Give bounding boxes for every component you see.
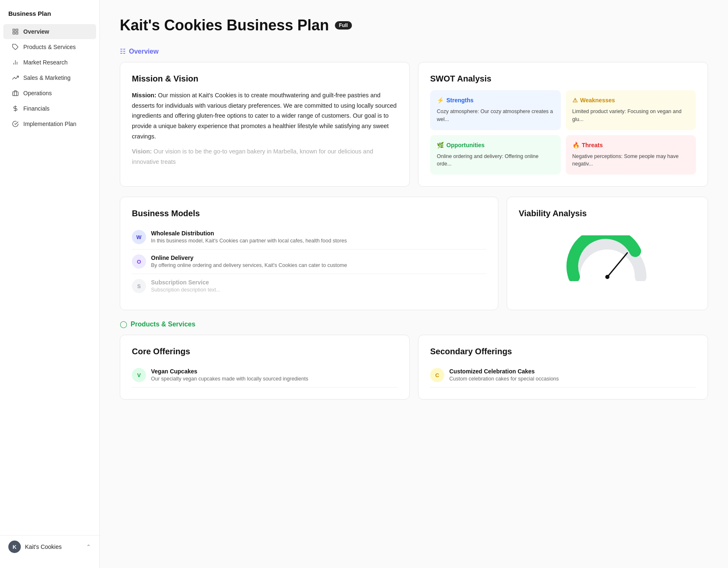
- dollar-icon: [12, 105, 19, 112]
- swot-threats: 🔥 Threats Negative perceptions: Some peo…: [566, 135, 696, 175]
- bm-item-online: O Online Delivery By offering online ord…: [132, 249, 486, 274]
- sidebar-item-label: Financials: [23, 105, 50, 112]
- strengths-text: Cozy atmosphere: Our cozy atmosphere cre…: [437, 108, 554, 123]
- svg-rect-3: [16, 32, 18, 34]
- page-title: Kait's Cookies Business Plan: [120, 17, 329, 34]
- threats-icon: 🔥: [572, 142, 579, 148]
- bm-name-online: Online Delivery: [151, 254, 347, 261]
- business-models-card: Business Models W Wholesale Distribution…: [120, 197, 498, 310]
- products-label: Products & Services: [131, 321, 196, 328]
- full-badge: Full: [335, 21, 352, 30]
- overview-label: Overview: [129, 48, 158, 55]
- swot-weaknesses: ⚠ Weaknesses Limited product variety: Fo…: [566, 90, 696, 130]
- svg-rect-0: [13, 29, 15, 31]
- bm-detail: Wholesale Distribution In this business …: [151, 230, 347, 244]
- overview-section-header: ☷ Overview: [120, 47, 708, 55]
- vision-text: Our vision is to be the go-to vegan bake…: [132, 148, 373, 165]
- trending-up-icon: [12, 74, 19, 81]
- sidebar-item-label: Operations: [23, 90, 52, 96]
- product-item-vegan: V Vegan Cupcakes Our specialty vegan cup…: [132, 363, 398, 388]
- threats-text: Negative perceptions: Some people may ha…: [572, 153, 690, 168]
- mission-card-title: Mission & Vision: [132, 74, 398, 84]
- svg-point-11: [605, 275, 609, 279]
- footer-user[interactable]: K Kait's Cookies: [8, 541, 62, 553]
- bm-title: Business Models: [132, 209, 486, 218]
- strengths-title: ⚡ Strengths: [437, 97, 554, 104]
- sidebar-footer: K Kait's Cookies ⌃: [0, 535, 99, 558]
- bm-desc-subscription: Subscription description text...: [151, 287, 220, 293]
- company-name: Kait's Cookies: [25, 543, 62, 550]
- products-icon: ◯: [120, 320, 127, 328]
- mission-swot-row: Mission & Vision Mission: Our mission at…: [120, 62, 708, 187]
- product-detail: Vegan Cupcakes Our specialty vegan cupca…: [151, 368, 308, 382]
- sidebar-item-label: Products & Services: [23, 44, 76, 50]
- main-content: Kait's Cookies Business Plan Full ☷ Over…: [100, 0, 728, 568]
- product-avatar-c: C: [430, 368, 444, 382]
- swot-card: SWOT Analysis ⚡ Strengths Cozy atmospher…: [418, 62, 708, 187]
- viability-card: Viability Analysis: [507, 197, 708, 310]
- vision-body: Vision: Our vision is to be the go-to ve…: [132, 146, 398, 167]
- product-avatar-v: V: [132, 368, 146, 382]
- sidebar-item-financials[interactable]: Financials: [3, 101, 96, 116]
- overview-icon: ☷: [120, 47, 126, 55]
- svg-rect-2: [13, 32, 15, 34]
- sidebar-item-label: Market Research: [23, 59, 68, 66]
- briefcase-icon: [12, 89, 19, 97]
- bm-detail: Online Delivery By offering online order…: [151, 254, 347, 268]
- sidebar-item-label: Overview: [23, 28, 49, 35]
- mission-label: Mission:: [132, 92, 156, 99]
- sidebar: Business Plan Overview Products & Servic…: [0, 0, 100, 568]
- weaknesses-title: ⚠ Weaknesses: [572, 97, 690, 104]
- bm-desc-wholesale: In this business model, Kait's Cookies c…: [151, 238, 347, 244]
- sidebar-title: Business Plan: [0, 10, 99, 24]
- bm-name-subscription: Subscription Service: [151, 279, 220, 286]
- products-section-header: ◯ Products & Services: [120, 320, 708, 328]
- bm-detail: Subscription Service Subscription descri…: [151, 279, 220, 293]
- tag-icon: [12, 43, 19, 51]
- sidebar-item-sales[interactable]: Sales & Marketing: [3, 70, 96, 85]
- bar-chart-icon: [12, 59, 19, 66]
- bm-desc-online: By offering online ordering and delivery…: [151, 262, 347, 268]
- weaknesses-text: Limited product variety: Focusing on veg…: [572, 108, 690, 123]
- sidebar-item-overview[interactable]: Overview: [3, 24, 96, 39]
- page-title-row: Kait's Cookies Business Plan Full: [120, 17, 708, 34]
- bm-avatar-o: O: [132, 254, 146, 269]
- bm-item-subscription: S Subscription Service Subscription desc…: [132, 274, 486, 298]
- secondary-offerings-card: Secondary Offerings C Customized Celebra…: [418, 335, 708, 400]
- sidebar-item-implementation[interactable]: Implementation Plan: [3, 116, 96, 131]
- sidebar-item-operations[interactable]: Operations: [3, 86, 96, 101]
- sidebar-item-products[interactable]: Products & Services: [3, 40, 96, 54]
- chevron-icon: ⌃: [86, 543, 91, 550]
- svg-rect-1: [16, 29, 18, 31]
- viability-title: Viability Analysis: [519, 209, 696, 218]
- gauge-container: [519, 225, 696, 291]
- gauge-chart: [566, 235, 649, 281]
- sidebar-item-label: Sales & Marketing: [23, 74, 71, 81]
- strengths-icon: ⚡: [437, 97, 444, 104]
- bm-avatar-w: W: [132, 230, 146, 244]
- mission-text: Our mission at Kait's Cookies is to crea…: [132, 92, 396, 140]
- swot-strengths: ⚡ Strengths Cozy atmosphere: Our cozy at…: [430, 90, 561, 130]
- sidebar-nav: Overview Products & Services Market Rese…: [0, 24, 99, 535]
- core-title: Core Offerings: [132, 347, 398, 356]
- bm-item-wholesale: W Wholesale Distribution In this busines…: [132, 225, 486, 249]
- product-item-cakes: C Customized Celebration Cakes Custom ce…: [430, 363, 696, 388]
- bm-list: W Wholesale Distribution In this busines…: [132, 225, 486, 298]
- svg-rect-8: [12, 92, 18, 96]
- opportunities-icon: 🌿: [437, 142, 444, 148]
- vision-label: Vision:: [132, 148, 152, 155]
- weaknesses-icon: ⚠: [572, 97, 578, 104]
- swot-title: SWOT Analysis: [430, 74, 696, 84]
- bm-name-wholesale: Wholesale Distribution: [151, 230, 347, 237]
- core-offerings-card: Core Offerings V Vegan Cupcakes Our spec…: [120, 335, 410, 400]
- sidebar-item-market[interactable]: Market Research: [3, 55, 96, 70]
- swot-opportunities: 🌿 Opportunities Online ordering and deli…: [430, 135, 561, 175]
- bm-viability-row: Business Models W Wholesale Distribution…: [120, 197, 708, 310]
- swot-grid: ⚡ Strengths Cozy atmosphere: Our cozy at…: [430, 90, 696, 175]
- svg-line-10: [607, 253, 627, 277]
- products-row: Core Offerings V Vegan Cupcakes Our spec…: [120, 335, 708, 400]
- mission-body: Mission: Our mission at Kait's Cookies i…: [132, 90, 398, 141]
- check-circle-icon: [12, 120, 19, 128]
- opportunities-text: Online ordering and delivery: Offering o…: [437, 153, 554, 168]
- product-desc-cakes: Custom celebration cakes for special occ…: [449, 376, 559, 382]
